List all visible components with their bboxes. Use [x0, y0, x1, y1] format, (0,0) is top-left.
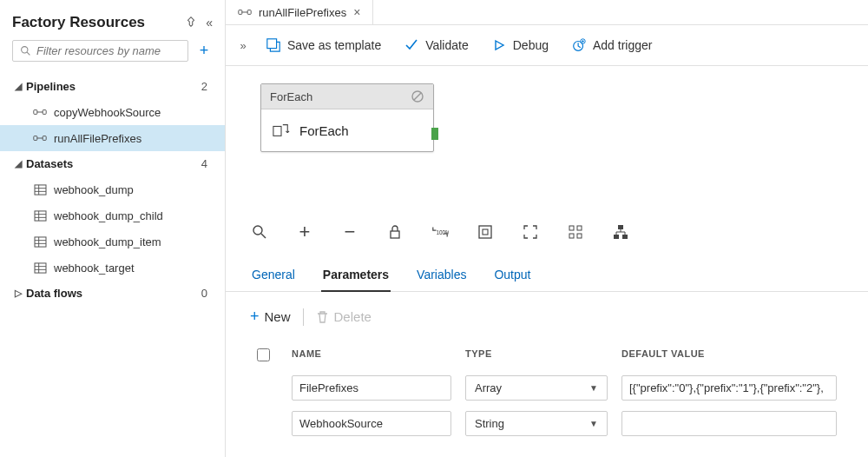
editor-tab-bar: runAllFilePrefixes ×	[226, 0, 868, 25]
checkmark-icon	[404, 37, 419, 53]
param-name-input[interactable]	[292, 375, 451, 401]
tree-section-datasets[interactable]: ◢ Datasets 4	[0, 151, 225, 176]
auto-align-icon[interactable]	[566, 222, 585, 242]
caret-right-icon: ▷	[12, 288, 24, 299]
col-header-name: NAME	[285, 348, 458, 363]
param-default-input[interactable]	[621, 411, 837, 436]
trigger-icon	[571, 37, 587, 53]
pin-icon[interactable]	[185, 16, 197, 30]
chevron-down-icon: ▼	[589, 419, 598, 428]
hierarchy-icon[interactable]	[611, 222, 630, 242]
tree-item-dataset[interactable]: webhook_target	[0, 255, 225, 281]
param-default-input[interactable]	[621, 375, 837, 401]
tree-item-dataset[interactable]: webhook_dump_child	[0, 202, 225, 228]
caret-down-icon: ◢	[12, 158, 24, 169]
zoom-reset-icon[interactable]: 100%	[431, 222, 450, 242]
dataset-icon	[33, 182, 47, 196]
sidebar: Factory Resources « + ◢ Pipelines	[0, 0, 226, 457]
fullscreen-icon[interactable]	[521, 222, 540, 242]
parameters-table: NAME TYPE DEFAULT VALUE Array ▼	[250, 341, 844, 441]
zoom-in-icon[interactable]: +	[295, 222, 314, 242]
button-label: Add trigger	[593, 38, 652, 52]
pipeline-icon	[238, 7, 252, 17]
svg-line-1	[27, 52, 30, 55]
lock-icon[interactable]	[385, 222, 404, 242]
filter-input-wrap[interactable]	[12, 40, 188, 62]
section-count: 0	[201, 287, 207, 300]
main-area: runAllFilePrefixes × » Save as template …	[226, 0, 868, 457]
chevron-down-icon: ▼	[589, 383, 598, 393]
svg-rect-25	[247, 10, 251, 15]
svg-line-33	[414, 93, 421, 100]
filter-input[interactable]	[36, 44, 181, 57]
svg-rect-41	[569, 226, 574, 230]
save-template-button[interactable]: Save as template	[255, 32, 391, 58]
resource-tree: ◢ Pipelines 2 copyWebhookSource runAllFi…	[0, 70, 225, 306]
debug-button[interactable]: Debug	[481, 32, 559, 58]
tree-item-pipeline[interactable]: runAllFilePrefixes	[0, 125, 225, 151]
no-entry-icon	[411, 89, 424, 103]
delete-parameter-button[interactable]: Delete	[316, 309, 372, 324]
tree-section-pipelines[interactable]: ◢ Pipelines 2	[0, 74, 225, 99]
section-label: Datasets	[26, 157, 201, 170]
plus-icon: +	[250, 308, 260, 326]
zoom-out-icon[interactable]: −	[340, 222, 359, 242]
dataset-icon	[33, 261, 47, 275]
expand-properties-icon[interactable]: »	[233, 39, 253, 52]
save-template-icon	[266, 37, 281, 53]
divider	[303, 308, 304, 326]
add-trigger-button[interactable]: Add trigger	[561, 32, 662, 58]
svg-rect-42	[577, 226, 582, 230]
select-all-checkbox[interactable]	[257, 348, 270, 361]
svg-rect-6	[43, 136, 46, 141]
pipeline-canvas[interactable]: ForEach ForEach	[226, 66, 868, 214]
fit-screen-icon[interactable]	[476, 222, 495, 242]
tab-output[interactable]: Output	[492, 261, 532, 291]
validate-button[interactable]: Validate	[393, 32, 479, 58]
svg-rect-34	[273, 126, 281, 136]
node-header: ForEach	[261, 84, 433, 109]
tab-general[interactable]: General	[250, 261, 297, 291]
foreach-activity-node[interactable]: ForEach ForEach	[260, 83, 434, 152]
section-count: 4	[201, 157, 207, 170]
svg-rect-12	[35, 210, 46, 220]
sidebar-header: Factory Resources «	[0, 7, 225, 40]
pipeline-toolbar: » Save as template Validate Debug	[226, 25, 868, 66]
param-type-select[interactable]: String ▼	[465, 411, 608, 436]
tab-parameters[interactable]: Parameters	[321, 261, 391, 292]
trash-icon	[316, 310, 329, 324]
col-header-type: TYPE	[458, 348, 615, 363]
param-type-select[interactable]: Array ▼	[465, 375, 608, 401]
svg-rect-43	[569, 234, 574, 238]
svg-rect-46	[614, 235, 619, 239]
tree-item-dataset[interactable]: webhook_dump	[0, 176, 225, 202]
add-resource-button[interactable]: +	[195, 43, 213, 60]
node-output-port[interactable]	[431, 128, 438, 140]
table-row: Array ▼	[250, 370, 844, 406]
zoom-search-icon[interactable]	[250, 222, 269, 242]
collapse-sidebar-icon[interactable]: «	[206, 16, 213, 30]
close-icon[interactable]: ×	[353, 5, 360, 19]
tab-variables[interactable]: Variables	[415, 261, 468, 291]
button-label: Validate	[425, 38, 469, 52]
sidebar-title: Factory Resources	[12, 14, 145, 31]
dataset-icon	[33, 209, 47, 222]
svg-text:100%: 100%	[436, 229, 449, 235]
pipeline-icon	[33, 105, 47, 119]
editor-tab[interactable]: runAllFilePrefixes ×	[226, 0, 373, 24]
tree-item-dataset[interactable]: webhook_dump_item	[0, 228, 225, 255]
new-parameter-button[interactable]: + New	[250, 308, 291, 326]
svg-rect-3	[43, 110, 46, 115]
svg-rect-44	[577, 234, 582, 238]
section-count: 2	[201, 80, 207, 93]
button-label: Save as template	[287, 38, 381, 52]
caret-down-icon: ◢	[12, 81, 24, 92]
tree-section-dataflows[interactable]: ▷ Data flows 0	[0, 281, 225, 306]
table-row: String ▼	[250, 406, 844, 441]
parameters-panel: + New Delete NAME TYPE DEFAULT VALUE	[226, 292, 868, 457]
select-value: Array	[475, 381, 502, 394]
param-name-input[interactable]	[292, 411, 451, 436]
tree-item-pipeline[interactable]: copyWebhookSource	[0, 99, 225, 125]
svg-rect-5	[34, 136, 37, 141]
svg-point-0	[22, 47, 28, 53]
